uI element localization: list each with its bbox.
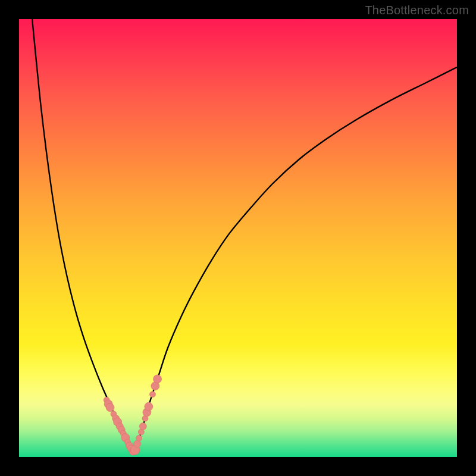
data-marker [106,403,114,412]
data-marker [134,440,141,447]
curve-left [32,19,133,452]
outer-frame: TheBottleneck.com [0,0,476,476]
data-marker [149,392,155,397]
marker-group [104,375,161,455]
data-marker [145,402,153,411]
data-marker [136,435,142,441]
data-marker [154,375,162,383]
watermark-text: TheBottleneck.com [365,4,469,17]
curve-right [133,67,457,452]
chart-svg [19,19,457,457]
data-marker [139,422,146,430]
chart-area [19,19,457,457]
